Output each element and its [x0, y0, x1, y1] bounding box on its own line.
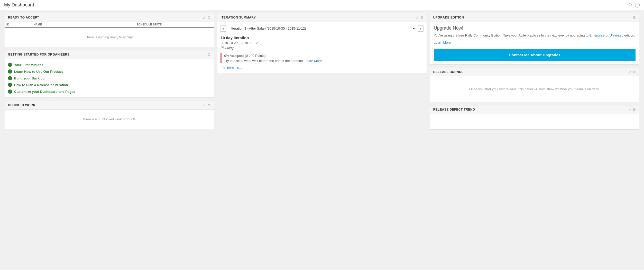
- iteration-summary-icons: ⤢ ⚙: [416, 15, 424, 20]
- gear-icon[interactable]: ⚙: [633, 15, 636, 20]
- upgrade-edition-title: UPGRADE EDITION: [433, 16, 464, 19]
- blocked-work-empty: There are no blocked work products.: [5, 110, 214, 129]
- blocked-work-panel: BLOCKED WORK ⤢ ⚙ There are no blocked wo…: [5, 101, 214, 129]
- list-item-label: Customize your Dashboard and Pages: [14, 90, 75, 94]
- learn-more-link[interactable]: Learn More: [434, 41, 636, 44]
- release-burnup-panel: RELEASE BURNUP ⤢ ⚙ Once you start your f…: [430, 68, 639, 102]
- blocked-work-icons: ⤢ ⚙: [203, 103, 211, 107]
- learn-more-link[interactable]: Learn More: [305, 59, 321, 63]
- iteration-next-button[interactable]: ›: [418, 25, 424, 32]
- gear-icon[interactable]: ⚙: [207, 103, 211, 107]
- gear-icon[interactable]: ⚙: [633, 107, 636, 112]
- list-item[interactable]: i Build your Backlog: [8, 75, 211, 82]
- ready-to-accept-panel: READY TO ACCEPT ⤢ ⚙ ID NAME SCHEDULE STA…: [5, 13, 214, 47]
- dashboard-body: READY TO ACCEPT ⤢ ⚙ ID NAME SCHEDULE STA…: [0, 10, 644, 269]
- top-bar-actions: ⚙ ◯: [628, 2, 640, 8]
- iteration-nav: ‹ Iteration 3 - After Safari (2015-10-30…: [220, 25, 423, 32]
- iteration-dates: 2015-10-29 - 2015-11-12: [220, 41, 423, 45]
- info-icon: i: [8, 69, 12, 74]
- upgrade-description: You're using the free Rally Community Ed…: [434, 33, 636, 38]
- upgrade-edition-panel: UPGRADE EDITION ⚙ Upgrade Now! You're us…: [430, 13, 639, 65]
- column-3: UPGRADE EDITION ⚙ Upgrade Now! You're us…: [428, 13, 641, 266]
- top-bar: My Dashboard ⚙ ◯: [0, 0, 644, 10]
- gear-icon[interactable]: ⚙: [207, 52, 211, 57]
- accepted-pct: 0% Accepted (0 of 0 Points): [224, 53, 322, 58]
- list-item-label: Your First Minutes: [14, 63, 43, 67]
- expand-icon[interactable]: ⤢: [203, 103, 206, 107]
- iteration-summary-header: ITERATION SUMMARY ⤢ ⚙: [217, 13, 426, 22]
- col-id: ID: [5, 22, 32, 27]
- list-item[interactable]: i Learn How to Use Our Product: [8, 68, 211, 75]
- list-item[interactable]: i Your First Minutes: [8, 61, 211, 68]
- red-indicator: [220, 53, 222, 63]
- settings-icon[interactable]: ⚙: [628, 2, 632, 8]
- enterprise-link[interactable]: Enterprise: [590, 33, 605, 37]
- release-defect-trend-header: RELEASE DEFECT TREND ⤢ ⚙: [430, 105, 639, 114]
- col2-separator: [217, 266, 427, 266]
- getting-started-title: GETTING STARTED FOR ORGANIZERS: [8, 53, 69, 56]
- blocked-work-header: BLOCKED WORK ⤢ ⚙: [5, 101, 214, 110]
- release-burnup-icons: ⤢ ⚙: [628, 70, 636, 74]
- contact-upgrades-button[interactable]: Contact Me About Upgrades: [434, 49, 636, 61]
- release-defect-trend-icons: ⤢ ⚙: [628, 107, 636, 112]
- release-burnup-header: RELEASE BURNUP ⤢ ⚙: [430, 68, 639, 76]
- iteration-info: 10 day Iteration 2015-10-29 - 2015-11-12…: [220, 35, 423, 50]
- list-item-label: Learn How to Use Our Product: [14, 70, 63, 74]
- ready-to-accept-table: ID NAME SCHEDULE STATE: [5, 22, 214, 28]
- upgrade-body: Upgrade Now! You're using the free Rally…: [430, 22, 639, 64]
- iteration-summary-title: ITERATION SUMMARY: [220, 16, 256, 19]
- ready-to-accept-icons: ⤢ ⚙: [203, 15, 211, 20]
- release-defect-trend-panel: RELEASE DEFECT TREND ⤢ ⚙: [430, 105, 639, 130]
- accepted-note: Try to accept work well before the end o…: [224, 59, 322, 63]
- release-defect-trend-body: [430, 114, 639, 129]
- info-icon: i: [8, 89, 12, 94]
- accepted-bar: 0% Accepted (0 of 0 Points) Try to accep…: [220, 53, 423, 63]
- expand-icon[interactable]: ⤢: [628, 70, 631, 74]
- iteration-name: 10 day Iteration: [220, 35, 423, 40]
- release-burnup-title: RELEASE BURNUP: [433, 70, 464, 74]
- page-title: My Dashboard: [4, 2, 34, 8]
- info-icon: i: [8, 83, 12, 87]
- info-icon: i: [8, 76, 12, 80]
- info-icon: i: [8, 63, 12, 67]
- ready-to-accept-body: ID NAME SCHEDULE STATE There is nothing …: [5, 22, 214, 47]
- release-burnup-empty: Once you start your first release, this …: [430, 76, 639, 102]
- gear-icon[interactable]: ⚙: [207, 15, 211, 20]
- iteration-prev-button[interactable]: ‹: [220, 25, 226, 32]
- column-2: ITERATION SUMMARY ⤢ ⚙ ‹ Iteration 3 - Af…: [216, 13, 428, 266]
- ready-to-accept-header: READY TO ACCEPT ⤢ ⚙: [5, 13, 214, 22]
- edit-iteration: Edit iteration...: [220, 66, 423, 70]
- expand-icon[interactable]: ⤢: [416, 15, 419, 20]
- col-name: NAME: [32, 22, 84, 27]
- iteration-select[interactable]: Iteration 3 - After Safari (2015-10-30 -…: [228, 25, 416, 32]
- upgrade-edition-header: UPGRADE EDITION ⚙: [430, 13, 639, 22]
- ready-to-accept-empty: There is nothing ready to accept.: [5, 28, 214, 47]
- blocked-work-title: BLOCKED WORK: [8, 103, 35, 107]
- getting-started-list: i Your First Minutes i Learn How to Use …: [5, 59, 214, 97]
- upgrade-heading: Upgrade Now!: [434, 25, 636, 31]
- user-icon[interactable]: ◯: [635, 2, 640, 8]
- column-1: READY TO ACCEPT ⤢ ⚙ ID NAME SCHEDULE STA…: [3, 13, 216, 266]
- iteration-summary-panel: ITERATION SUMMARY ⤢ ⚙ ‹ Iteration 3 - Af…: [217, 13, 427, 73]
- list-item[interactable]: i Customize your Dashboard and Pages: [8, 88, 211, 95]
- ready-to-accept-title: READY TO ACCEPT: [8, 16, 39, 19]
- col-state: SCHEDULE STATE: [84, 22, 214, 27]
- list-item[interactable]: i How to Plan a Release or Iteration: [8, 82, 211, 88]
- upgrade-edition-icons: ⚙: [633, 15, 636, 20]
- accepted-content: 0% Accepted (0 of 0 Points) Try to accep…: [224, 53, 322, 63]
- accepted-detail: (0 of 0 Points): [245, 54, 266, 58]
- getting-started-header: GETTING STARTED FOR ORGANIZERS ⚙: [5, 50, 214, 59]
- list-item-label: How to Plan a Release or Iteration: [14, 83, 68, 87]
- getting-started-icons: ⚙: [207, 52, 211, 57]
- release-defect-trend-title: RELEASE DEFECT TREND: [433, 108, 475, 111]
- edit-iteration-link[interactable]: Edit iteration...: [220, 66, 242, 70]
- getting-started-panel: GETTING STARTED FOR ORGANIZERS ⚙ i Your …: [5, 50, 214, 98]
- expand-icon[interactable]: ⤢: [628, 107, 631, 112]
- gear-icon[interactable]: ⚙: [633, 70, 636, 74]
- unlimited-link[interactable]: Unlimited: [610, 33, 623, 37]
- expand-icon[interactable]: ⤢: [203, 15, 206, 20]
- gear-icon[interactable]: ⚙: [420, 15, 424, 20]
- iteration-state: Planning: [220, 46, 423, 50]
- iteration-summary-body: ‹ Iteration 3 - After Safari (2015-10-30…: [217, 22, 426, 73]
- list-item-label: Build your Backlog: [14, 76, 44, 80]
